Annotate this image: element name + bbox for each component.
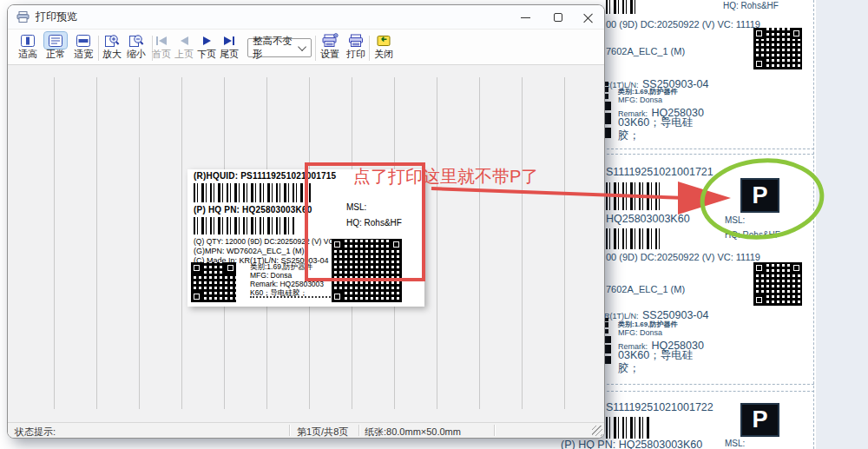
dc-vc-line: 00 (9D) DC:20250922 (V) VC: 11119: [606, 19, 760, 30]
label-border-dashed: [602, 149, 814, 149]
fit-height-button[interactable]: 适高: [15, 32, 41, 60]
mfg-line: MFG: Donsa: [250, 271, 292, 281]
fit-width-button[interactable]: 适宽: [70, 32, 96, 60]
minimize-icon: [521, 17, 530, 18]
category-line: 类别:1.69,防护器件: [250, 262, 312, 272]
serial-number: S11119251021001722: [606, 401, 713, 413]
mpn-line: 7602A_ELC_1 (M): [606, 46, 685, 56]
zoom-out-button[interactable]: 缩小: [124, 32, 148, 60]
resize-grip[interactable]: [592, 426, 602, 436]
msl-label: MSL:: [725, 439, 745, 448]
remark-line3: 胶；: [618, 129, 640, 143]
exit-icon: [372, 32, 395, 49]
next-page-button[interactable]: 下页: [195, 32, 218, 60]
maximize-button[interactable]: [545, 9, 571, 26]
maximize-icon: [554, 13, 562, 22]
scale-mode-dropdown[interactable]: 整高不变形: [247, 38, 312, 57]
zoom-in-icon: [101, 32, 123, 49]
toolbar-separator: [369, 36, 370, 61]
first-page-icon: [153, 32, 170, 49]
mfg-line: MFG: Donsa: [618, 328, 662, 337]
toolbar-separator: [98, 36, 99, 61]
document-margin: [816, 0, 868, 449]
serial-number: S11119251021001721: [606, 166, 713, 178]
print-settings-button[interactable]: 设置: [317, 32, 343, 60]
barcode: [194, 217, 294, 234]
hq-rohs-text: HQ: Rohs&HF: [725, 230, 780, 240]
last-page-icon: [220, 32, 238, 49]
barcode: [606, 228, 660, 249]
mfg-line: MFG: Donsa: [618, 96, 662, 104]
qr-code: [753, 28, 802, 69]
pn-line: (P) HQ PN: HQ25803003K60: [194, 205, 312, 215]
dc-vc-line: 00 (9D) DC:20250922 (V) VC: 11119: [606, 252, 760, 262]
toolbar: 适高 正常 适宽 放大 缩小 首页: [8, 29, 604, 65]
label-border-dashed: [602, 154, 814, 155]
paper-size-info: 纸张:80.0mm×50.0mm: [365, 426, 461, 439]
zoom-out-icon: [125, 32, 148, 49]
toolbar-separator: [315, 36, 316, 61]
fit-height-icon: [16, 32, 39, 49]
minimize-button[interactable]: [512, 9, 538, 26]
close-window-button[interactable]: [575, 9, 601, 26]
print-button[interactable]: 打印: [343, 32, 369, 60]
prev-page-icon: [177, 32, 192, 49]
last-page-button[interactable]: 尾页: [218, 32, 240, 60]
barcode: [606, 0, 637, 14]
zoom-in-button[interactable]: 放大: [100, 32, 124, 60]
statusbar-divider: [494, 425, 495, 436]
fit-width-icon: [72, 32, 95, 49]
printer-icon: [16, 11, 30, 23]
next-page-icon: [200, 32, 214, 49]
statusbar-divider: [358, 425, 359, 436]
label-border-dashed: [602, 384, 814, 385]
barcode: [606, 417, 649, 439]
first-page-button[interactable]: 首页: [150, 32, 173, 60]
mpn-line: 7602A_ELC_1 (M): [606, 284, 685, 294]
hq-rohs-text: HQ: Rohs&HF: [723, 1, 779, 10]
part-number-line: (P) HQ PN: HQ25803003K60: [561, 439, 702, 449]
p-badge: P: [740, 178, 779, 213]
part-number: HQ25803003K60: [606, 213, 690, 225]
qr-code: [191, 262, 236, 302]
prev-page-button[interactable]: 上页: [173, 32, 195, 60]
status-bar: 状态提示: 第1页/共8页 纸张:80.0mm×50.0mm: [8, 422, 604, 438]
status-hint-label: 状态提示:: [15, 426, 56, 439]
normal-view-icon: [44, 32, 67, 49]
screen: HQ: Rohs&HF 00 (9D) DC:20250922 (V) VC: …: [0, 0, 868, 449]
msl-label: MSL:: [725, 215, 745, 225]
page-info: 第1页/共8页: [297, 426, 348, 439]
barcode: [606, 182, 660, 210]
mpn-line: (G)MPN: WD7602A_ELC_1 (M): [194, 247, 305, 255]
label-border-dashed-vertical: [813, 0, 814, 449]
normal-view-button[interactable]: 正常: [43, 32, 69, 60]
barcode: [194, 183, 312, 202]
close-preview-button[interactable]: 关闭: [371, 32, 397, 60]
label-border-dashed: [602, 391, 814, 392]
qr-code: [753, 262, 802, 306]
close-icon: [583, 13, 593, 23]
printer-icon: [344, 32, 368, 49]
statusbar-divider: [289, 425, 290, 436]
window-title: 打印预览: [36, 10, 77, 24]
annotation-note-text: 点了打印这里就不带P了: [353, 165, 538, 188]
printer-settings-icon: [318, 32, 342, 49]
p-badge: P: [740, 403, 779, 437]
remark-line3: 胶；: [618, 361, 640, 376]
scale-mode-value: 整高不变形: [253, 35, 300, 61]
